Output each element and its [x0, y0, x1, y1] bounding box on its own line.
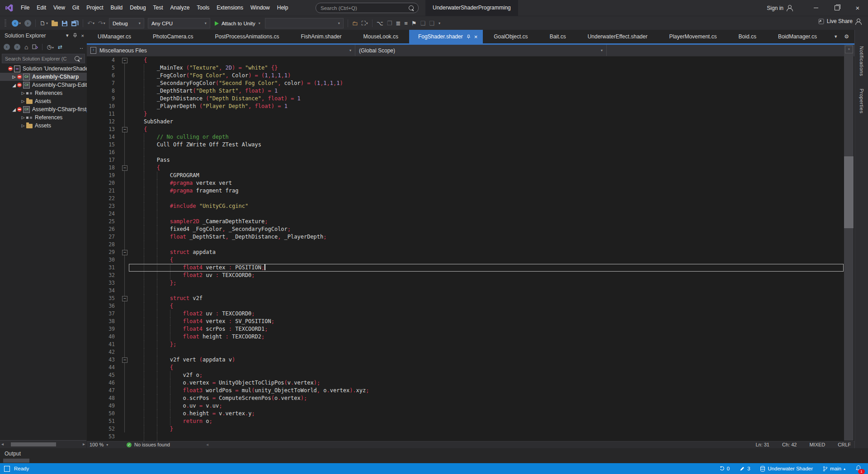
- zoom-dropdown[interactable]: 100 %▾: [90, 442, 108, 447]
- expand-arrow-icon[interactable]: ▷: [20, 91, 26, 95]
- menu-view[interactable]: View: [50, 0, 69, 16]
- code-line[interactable]: 28: [87, 241, 854, 249]
- expand-arrow-icon[interactable]: ▷: [11, 75, 17, 79]
- bookmark-button[interactable]: ⚑: [410, 18, 418, 29]
- tab-mouselook-cs[interactable]: MouseLook.cs: [353, 30, 409, 43]
- menu-edit[interactable]: Edit: [33, 0, 50, 16]
- configuration-dropdown[interactable]: Debug▾: [109, 18, 144, 28]
- tab-properties[interactable]: Properties: [859, 89, 864, 113]
- code-line[interactable]: 22: [87, 195, 854, 202]
- code-line[interactable]: 24: [87, 210, 854, 218]
- fold-marker-icon[interactable]: −: [122, 127, 127, 132]
- menu-debug[interactable]: Debug: [126, 0, 149, 16]
- navigate-forward-button[interactable]: ›: [23, 18, 33, 29]
- menu-build[interactable]: Build: [107, 0, 127, 16]
- tree-item-references[interactable]: ▷References: [0, 89, 87, 97]
- menu-help[interactable]: Help: [274, 0, 292, 16]
- editor-split-handle[interactable]: +: [845, 46, 853, 53]
- code-line[interactable]: 9 _DepthDistance ("Depth Distance", floa…: [87, 95, 854, 103]
- menu-extensions[interactable]: Extensions: [213, 0, 247, 16]
- tree-item-assembly-csharp-firstpa[interactable]: ◢C#Assembly-CSharp-firstpa: [0, 105, 87, 113]
- tab-boidmanager-cs[interactable]: BoidManager.cs: [767, 30, 828, 43]
- menu-test[interactable]: Test: [150, 0, 167, 16]
- se-forward-button[interactable]: ›: [14, 44, 20, 50]
- save-all-button[interactable]: [70, 18, 80, 29]
- code-line[interactable]: 31 float4 vertex : POSITION;: [87, 264, 854, 272]
- tab-uimanager-cs[interactable]: UIManager.cs: [87, 30, 142, 43]
- fold-marker-icon[interactable]: −: [122, 58, 127, 63]
- refresh-icon[interactable]: ⇄: [58, 44, 62, 50]
- menu-window[interactable]: Window: [247, 0, 274, 16]
- tab-photocamera-cs[interactable]: PhotoCamera.cs: [142, 30, 204, 43]
- tab-goalobject-cs[interactable]: GoalObject.cs: [483, 30, 538, 43]
- close-button[interactable]: ×: [847, 0, 868, 16]
- code-line[interactable]: 11 }: [87, 110, 854, 118]
- solution-search-input[interactable]: Search Solution Explorer (C ▾: [2, 54, 85, 63]
- tree-item-assets[interactable]: ▷Assets: [0, 97, 87, 105]
- uncomment-button[interactable]: ❑: [428, 18, 436, 29]
- menu-file[interactable]: File: [17, 0, 33, 16]
- code-line[interactable]: 41 };: [87, 341, 854, 348]
- navigate-back-button[interactable]: ‹▾: [10, 18, 22, 29]
- code-line[interactable]: 18− {: [87, 164, 854, 172]
- tree-item-references[interactable]: ▷References: [0, 113, 87, 122]
- code-line[interactable]: 26 fixed4 _FogColor, _SecondaryFogColor;: [87, 225, 854, 233]
- feedback-icon[interactable]: [4, 466, 10, 472]
- member-dropdown[interactable]: [607, 45, 854, 56]
- code-line[interactable]: 50 o.height = v.vertex.y;: [87, 410, 854, 418]
- toolbar-grip[interactable]: [5, 19, 6, 28]
- branch-button[interactable]: main ▴: [823, 466, 845, 472]
- collapse-arrow-icon[interactable]: ◢: [11, 107, 17, 112]
- unsaved-edits-button[interactable]: 3: [740, 466, 750, 471]
- tab-postprocessanimations-cs[interactable]: PostProcessAnimations.cs: [204, 30, 290, 43]
- tab-underwatereffect-shader[interactable]: UnderwaterEffect.shader: [577, 30, 659, 43]
- code-line[interactable]: 53: [87, 433, 854, 441]
- code-line[interactable]: 43− v2f vert (appdata v): [87, 356, 854, 364]
- code-line[interactable]: 6 _FogColor("Fog Color", Color) = (1,1,1…: [87, 72, 854, 80]
- menu-git[interactable]: Git: [69, 0, 83, 16]
- code-line[interactable]: 13− {: [87, 126, 854, 133]
- tree-item-solution-underwatershader[interactable]: ∞Solution 'UnderwaterShader: [0, 65, 87, 73]
- expand-arrow-icon[interactable]: ▷: [20, 115, 26, 120]
- code-line[interactable]: 25 sampler2D _CameraDepthTexture;: [87, 218, 854, 225]
- fold-marker-icon[interactable]: −: [122, 250, 127, 255]
- tab-overflow-icon[interactable]: ▼: [834, 34, 838, 39]
- solution-explorer-view-button[interactable]: ⛶▾: [360, 18, 369, 29]
- code-line[interactable]: 36 {: [87, 302, 854, 310]
- code-editor[interactable]: 4− {5 _MainTex ("Texture", 2D) = "white"…: [87, 56, 854, 441]
- scrollbar-thumb[interactable]: [844, 156, 854, 228]
- code-line[interactable]: 39 float4 scrPos : TEXCOORD1;: [87, 325, 854, 333]
- copy-button[interactable]: ❐: [386, 18, 394, 29]
- undo-button[interactable]: ↶▾: [86, 18, 96, 29]
- output-panel-handle[interactable]: [3, 459, 29, 463]
- live-share-button[interactable]: Live Share: [818, 18, 862, 24]
- collapse-arrow-icon[interactable]: ◢: [11, 83, 17, 88]
- sync-commits-button[interactable]: 0: [719, 466, 730, 471]
- code-line[interactable]: 29− struct appdata: [87, 249, 854, 256]
- tab-playermovement-cs[interactable]: PlayerMovement.cs: [658, 30, 727, 43]
- editor-vertical-scrollbar[interactable]: [844, 45, 854, 441]
- code-line[interactable]: 38 float4 vertex : SV_POSITION;: [87, 318, 854, 325]
- pin-icon[interactable]: [73, 33, 77, 38]
- code-line[interactable]: 42: [87, 348, 854, 356]
- platform-dropdown[interactable]: Any CPU▾: [148, 18, 210, 28]
- tree-item-assembly-csharp-editor[interactable]: ◢C#Assembly-CSharp-Editor: [0, 81, 87, 89]
- code-line[interactable]: 17 Pass: [87, 156, 854, 164]
- code-line[interactable]: 46 o.vertex = UnityObjectToClipPos(v.ver…: [87, 379, 854, 387]
- code-line[interactable]: 5 _MainTex ("Texture", 2D) = "white" {}: [87, 64, 854, 72]
- code-line[interactable]: 23 #include "UnityCG.cginc": [87, 202, 854, 210]
- code-line[interactable]: 27 float _DepthStart, _DepthDistance, _P…: [87, 233, 854, 241]
- code-line[interactable]: 34: [87, 287, 854, 295]
- code-line[interactable]: 4− {: [87, 56, 854, 64]
- fold-marker-icon[interactable]: −: [122, 165, 127, 171]
- code-line[interactable]: 30 {: [87, 256, 854, 264]
- tab-notifications[interactable]: Notifications: [859, 46, 864, 76]
- code-line[interactable]: 15 Cull Off ZWrite Off ZTest Always: [87, 141, 854, 149]
- attach-to-unity-button[interactable]: Attach to Unity ▾: [215, 21, 260, 26]
- menu-tools[interactable]: Tools: [193, 0, 213, 16]
- outline-collapse-button[interactable]: ≣: [394, 18, 402, 29]
- code-line[interactable]: 21 #pragma fragment frag: [87, 187, 854, 195]
- se-horizontal-scrollbar[interactable]: ◂ ▸: [0, 440, 86, 448]
- scroll-right-icon[interactable]: ▸: [83, 441, 85, 446]
- pin-icon[interactable]: [467, 34, 471, 39]
